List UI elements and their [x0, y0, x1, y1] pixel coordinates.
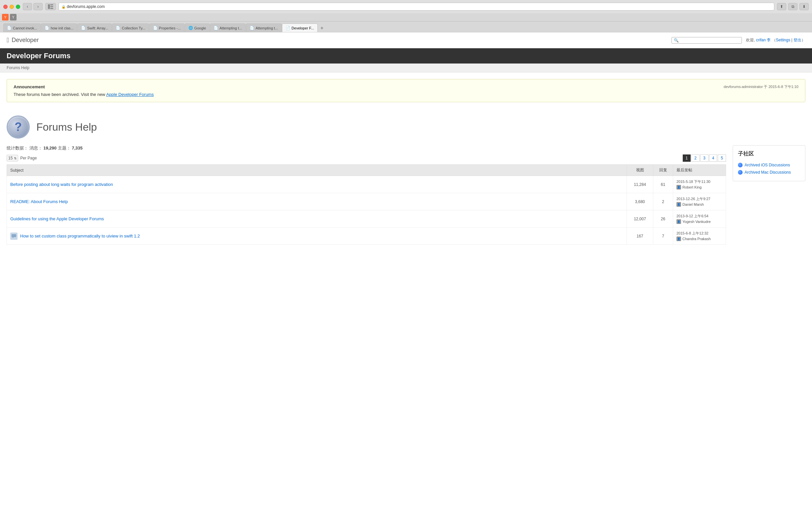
apple-dev-header:  Developer 🔍 欢迎, crifan 李 （Settings | 登… — [0, 32, 812, 48]
browser-actions: ⬆ ⧉ ⬇ — [777, 3, 809, 10]
user-icon-2: 👤 — [676, 202, 681, 207]
separator: | — [791, 38, 792, 42]
close-button[interactable] — [3, 5, 8, 9]
tab-6[interactable]: 🌐 Google — [185, 24, 210, 32]
back-button[interactable]: ‹ — [23, 3, 32, 10]
tab-9-active[interactable]: 📄 Developer F... — [282, 24, 318, 32]
sidebar-link-mac-label: Archived Mac Discussions — [745, 170, 791, 175]
tab-label-2: how init clas... — [51, 26, 74, 30]
page-content:  Developer 🔍 欢迎, crifan 李 （Settings | 登… — [0, 32, 812, 251]
tab-8[interactable]: 📄 Attempting t... — [246, 24, 282, 32]
page-5-button[interactable]: 5 — [718, 154, 726, 162]
tab-icon-5: 📄 — [153, 26, 158, 30]
replies-cell-4: 7 — [653, 228, 673, 245]
tab-7[interactable]: 📄 Attempting t... — [210, 24, 245, 32]
search-bar[interactable]: 🔍 — [671, 37, 742, 44]
page-3-button[interactable]: 3 — [700, 154, 708, 162]
tab-icon-9: 📄 — [286, 26, 290, 30]
announcement-header: Announcement devforums-administrator 于 2… — [13, 84, 799, 89]
url-text: devforums.apple.com — [67, 4, 105, 9]
breadcrumb: Forums Help — [0, 63, 812, 73]
topic-link-3[interactable]: Guidelines for using the Apple Developer… — [10, 216, 104, 221]
topic-link-2[interactable]: README: About Forums Help — [10, 199, 68, 204]
browser-titlebar: ‹ › 🔒 devforums.apple.com ⬆ ⧉ ⬇ — [0, 0, 812, 13]
svg-rect-2 — [50, 6, 53, 7]
topic-link-1[interactable]: Before posting about long waits for prog… — [10, 182, 113, 187]
logout-link[interactable]: 登出 — [793, 38, 802, 42]
new-tab-plus-button[interactable]: + — [318, 24, 326, 32]
tab-1[interactable]: 📄 Cannot invok... — [3, 24, 41, 32]
forums-title: Developer Forums — [7, 52, 70, 60]
user-icon-3: 👤 — [676, 219, 681, 224]
settings-link[interactable]: Settings — [776, 38, 790, 42]
pagination-row: 15 ⇅ Per Page 1 2 3 4 5 — [7, 154, 726, 162]
sidebar-box: 子社区 Archived iOS Discussions Archived Ma… — [733, 145, 805, 181]
sidebar-title: 子社区 — [738, 150, 800, 158]
tab-icon-4: 📄 — [116, 26, 120, 30]
last-post-date-2: 2013-12-26 上午9:27 — [676, 197, 722, 201]
tab-label-5: Properties -... — [159, 26, 181, 30]
tab-5[interactable]: 📄 Properties -... — [149, 24, 184, 32]
topic-link-4[interactable]: How to set custom class programmatically… — [20, 233, 140, 238]
replies-cell-2: 2 — [653, 193, 673, 210]
header-user-info: 欢迎, crifan 李 （Settings | 登出） — [746, 37, 805, 43]
tab-label-4: Collection Ty... — [122, 26, 145, 30]
replies-cell-3: 26 — [653, 210, 673, 228]
browser-chrome: ‹ › 🔒 devforums.apple.com ⬆ ⧉ ⬇ Y Y 📄 Ca… — [0, 0, 812, 32]
address-bar[interactable]: 🔒 devforums.apple.com — [59, 3, 774, 10]
col-subject: Subject — [7, 165, 627, 176]
forum-table: Subject 视图 回复 最后发帖 Before posting about … — [7, 164, 726, 245]
table-header-row: Subject 视图 回复 最后发帖 — [7, 165, 726, 176]
per-page-label: Per Page — [20, 156, 37, 161]
developer-text: Developer — [11, 37, 39, 44]
user-icon-4: 👤 — [676, 236, 681, 241]
last-post-user-1: Robert King — [683, 185, 702, 189]
sidebar-link-mac[interactable]: Archived Mac Discussions — [738, 169, 800, 176]
help-icon-text: ? — [14, 120, 22, 134]
per-page-stepper-icon: ⇅ — [14, 156, 17, 160]
tab-label-3: Swift: Array... — [87, 26, 108, 30]
new-tab-button[interactable]: ⧉ — [788, 3, 798, 10]
tab-3[interactable]: 📄 Swift: Array... — [77, 24, 112, 32]
search-icon: 🔍 — [674, 38, 679, 43]
greeting-text: 欢迎, — [746, 38, 755, 42]
page-1-button[interactable]: 1 — [683, 154, 691, 162]
tab-4[interactable]: 📄 Collection Ty... — [112, 24, 149, 32]
last-post-cell-3: 2013-9-12 上午6:54 👤 Yogesh Vankudre — [673, 210, 726, 228]
breadcrumb-text: Forums Help — [7, 65, 29, 70]
maximize-button[interactable] — [16, 5, 20, 9]
col-replies: 回复 — [653, 165, 673, 176]
tab-label-1: Cannot invok... — [13, 26, 37, 30]
username-link[interactable]: crifan 李 — [756, 38, 771, 42]
page-2-button[interactable]: 2 — [691, 154, 700, 162]
extension-icon-y-right[interactable]: Y — [10, 14, 17, 21]
sidebar-link-ios[interactable]: Archived iOS Discussions — [738, 162, 800, 169]
user-icon-1: 👤 — [676, 185, 681, 190]
apple-developer-forums-link[interactable]: Apple Developer Forums — [106, 92, 154, 97]
sidebar-toggle-button[interactable] — [45, 3, 56, 10]
minimize-button[interactable] — [9, 5, 14, 9]
forward-button[interactable]: › — [33, 3, 42, 10]
col-last-post: 最后发帖 — [673, 165, 726, 176]
topic-cell-3: Guidelines for using the Apple Developer… — [7, 210, 627, 228]
download-button[interactable]: ⬇ — [800, 3, 809, 10]
views-cell-4: 167 — [627, 228, 653, 245]
topic-comment-icon — [10, 232, 18, 240]
tab-icon-7: 📄 — [213, 26, 218, 30]
forums-help-title: Forums Help — [36, 121, 97, 133]
content-area: 统计数据： 消息： 19,290 主题： 7,335 15 ⇅ Per Page… — [7, 145, 726, 245]
svg-rect-3 — [50, 8, 53, 9]
tab-2[interactable]: 📄 how init clas... — [41, 24, 77, 32]
announcement-body-text: These forums have been archived. Visit t… — [13, 92, 106, 97]
per-page-dropdown[interactable]: 15 ⇅ — [7, 155, 18, 162]
svg-rect-1 — [50, 4, 53, 5]
traffic-lights — [3, 5, 20, 9]
page-numbers: 1 2 3 4 5 — [683, 154, 726, 162]
extension-icon-y-left[interactable]: Y — [2, 14, 8, 21]
tab-label-8: Attempting t... — [256, 26, 278, 30]
share-button[interactable]: ⬆ — [777, 3, 786, 10]
page-4-button[interactable]: 4 — [709, 154, 718, 162]
stats-messages-count: 19,290 — [43, 146, 57, 150]
table-row: How to set custom class programmatically… — [7, 228, 726, 245]
search-input[interactable] — [680, 38, 740, 43]
